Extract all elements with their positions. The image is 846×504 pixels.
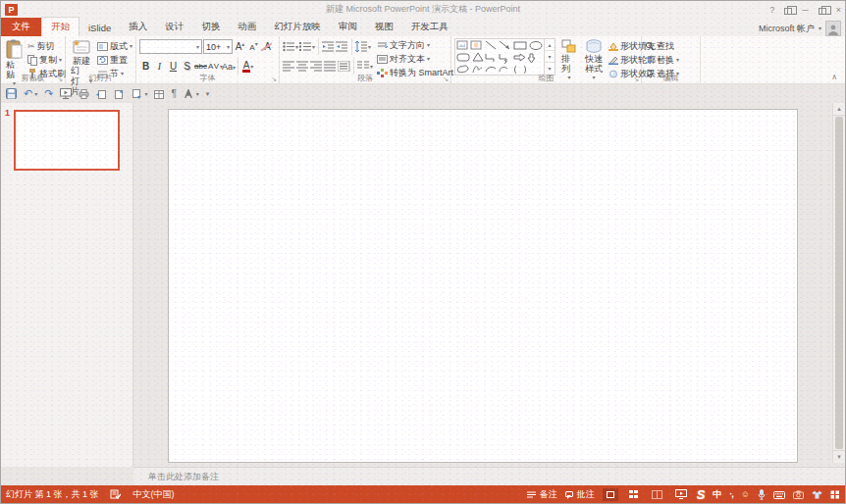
ime-skin-button[interactable] <box>812 489 822 499</box>
slideshow-view-button[interactable] <box>673 488 689 501</box>
sogou-ime-icon[interactable]: S <box>697 487 706 502</box>
qat-customize-button[interactable]: ▾ <box>206 91 210 97</box>
grow-font-button[interactable]: A▴ <box>234 41 246 52</box>
shapes-scroll-up[interactable]: ▴ <box>545 39 555 51</box>
slide-sorter-view-button[interactable] <box>626 488 642 501</box>
clipboard-dialog-launcher[interactable]: ↘ <box>57 76 63 82</box>
slide-canvas[interactable] <box>168 109 798 463</box>
minimize-button[interactable]: ─ <box>802 5 808 15</box>
save-button[interactable] <box>6 88 17 99</box>
align-center-button[interactable] <box>296 61 309 72</box>
font-dialog-launcher[interactable]: ↘ <box>271 76 277 82</box>
reading-view-button[interactable] <box>650 488 665 501</box>
decrease-indent-button[interactable] <box>322 41 335 52</box>
tab-design[interactable]: 设计 <box>156 18 192 36</box>
clear-formatting-button[interactable]: A <box>261 41 274 52</box>
shapes-scroll-down[interactable]: ▾ <box>545 51 555 63</box>
ime-emoji-button[interactable]: ☺ <box>741 489 750 499</box>
close-button[interactable]: × <box>836 5 841 15</box>
tab-insert[interactable]: 插入 <box>120 18 156 36</box>
paragraph-dialog-launcher[interactable]: ↘ <box>443 76 449 82</box>
scroll-down-button[interactable]: ▾ <box>833 450 845 463</box>
align-left-icon <box>283 61 295 72</box>
columns-button[interactable]: ▾ <box>357 61 373 72</box>
notes-pane[interactable]: 单击此处添加备注 <box>133 467 845 485</box>
move-up-button[interactable] <box>114 88 125 99</box>
align-left-button[interactable] <box>283 61 295 72</box>
print-preview-button[interactable] <box>79 88 89 99</box>
reset-button[interactable]: 重置 <box>97 54 132 66</box>
tab-file[interactable]: 文件 <box>1 18 41 36</box>
ime-language-toggle[interactable]: 中 <box>713 488 721 501</box>
bullets-button[interactable]: ▾ <box>283 41 298 52</box>
normal-view-button[interactable] <box>603 488 618 501</box>
justify-button[interactable] <box>324 61 337 72</box>
notes-placeholder[interactable]: 单击此处添加备注 <box>148 471 219 483</box>
ribbon-group-drawing: ▴ ▾ ▾ 排列 ▾ 快速样式 ▾ <box>451 36 642 83</box>
tab-slideshow[interactable]: 幻灯片放映 <box>265 18 330 36</box>
bold-button[interactable]: B <box>139 61 152 72</box>
vertical-scrollbar[interactable]: ▴ ▾ <box>832 103 845 463</box>
format-marks-button[interactable]: ¶ <box>171 88 176 99</box>
tab-animations[interactable]: 动画 <box>229 18 265 36</box>
find-button[interactable]: 查找 <box>645 40 697 52</box>
tab-view[interactable]: 视图 <box>366 18 402 36</box>
email-button[interactable] <box>96 88 107 98</box>
ime-voice-button[interactable] <box>758 488 766 499</box>
redo-button[interactable]: ↷ <box>44 87 53 100</box>
scroll-up-button[interactable]: ▴ <box>833 103 845 116</box>
slide-indicator[interactable]: 幻灯片 第 1 张，共 1 张 <box>6 488 99 501</box>
collapse-ribbon-button[interactable]: ∧ <box>831 73 837 81</box>
tab-developer[interactable]: 开发工具 <box>402 18 457 36</box>
character-spacing-button[interactable]: AV▾ <box>208 62 221 71</box>
table-button[interactable] <box>154 88 164 98</box>
font-size-combobox[interactable]: 10+ ▾ <box>203 39 233 54</box>
tab-home[interactable]: 开始 <box>41 17 79 36</box>
help-button[interactable]: ? <box>769 5 774 15</box>
text-shadow-button[interactable]: S <box>181 61 193 72</box>
italic-button[interactable]: I <box>153 61 166 72</box>
ime-keyboard-button[interactable] <box>773 489 785 499</box>
copy-button[interactable]: 复制 ▾ <box>27 54 66 66</box>
tab-islide[interactable]: iSlide <box>79 20 120 36</box>
avatar[interactable] <box>825 21 841 36</box>
align-text-button[interactable]: 对齐文本 ▾ <box>377 53 458 65</box>
line-spacing-button[interactable]: ▾ <box>355 41 371 52</box>
numbering-button[interactable]: ▾ <box>299 41 315 52</box>
shape-gallery[interactable]: ▴ ▾ ▾ <box>454 38 555 76</box>
ime-punctuation-toggle[interactable]: ·, <box>729 489 733 499</box>
tab-transitions[interactable]: 切换 <box>192 18 229 36</box>
layout-button[interactable]: 版式 ▾ <box>97 40 132 52</box>
slide-sorter-icon <box>629 490 638 498</box>
font-name-combobox[interactable]: ▾ <box>139 39 202 54</box>
tab-review[interactable]: 审阅 <box>330 18 366 36</box>
font-color-button[interactable]: A▾ <box>241 60 254 73</box>
notes-toggle-button[interactable]: 备注 <box>527 488 557 501</box>
underline-button[interactable]: U <box>167 61 180 72</box>
restore-button[interactable] <box>819 8 826 15</box>
language-indicator[interactable]: 中文(中国) <box>133 488 175 501</box>
ribbon-display-options-button[interactable] <box>784 8 792 15</box>
undo-button[interactable]: ↶▾ <box>24 87 37 100</box>
increase-indent-button[interactable] <box>336 41 348 52</box>
move-down-button[interactable]: ▾ <box>132 89 147 99</box>
slide-thumbnail-1[interactable] <box>14 110 120 171</box>
replace-button[interactable]: 替换 ▾ <box>645 54 697 66</box>
strikethrough-button[interactable]: abc <box>194 62 207 71</box>
text-direction-button[interactable]: 文字方向 ▾ <box>377 39 458 51</box>
distribute-text-button[interactable] <box>338 61 350 72</box>
font-tool-button[interactable]: ▾ <box>184 89 199 98</box>
comments-toggle-button[interactable]: 批注 <box>565 488 595 501</box>
spell-check-button[interactable] <box>110 489 121 500</box>
powerpoint-app-icon[interactable]: P <box>5 4 18 16</box>
drawing-dialog-launcher[interactable]: ↘ <box>633 76 639 82</box>
ime-toolbox-button[interactable] <box>830 489 840 499</box>
cut-button[interactable]: ✂ 剪切 <box>27 40 66 52</box>
align-right-button[interactable] <box>310 61 323 72</box>
account-menu[interactable]: Microsoft 帐户 ▾ <box>759 21 845 36</box>
change-case-button[interactable]: Aa▾ <box>222 62 235 72</box>
shrink-font-button[interactable]: A▾ <box>247 41 260 52</box>
scrollbar-thumb[interactable] <box>835 117 843 449</box>
start-from-beginning-button[interactable] <box>60 88 72 99</box>
ime-screenshot-button[interactable] <box>793 489 804 499</box>
